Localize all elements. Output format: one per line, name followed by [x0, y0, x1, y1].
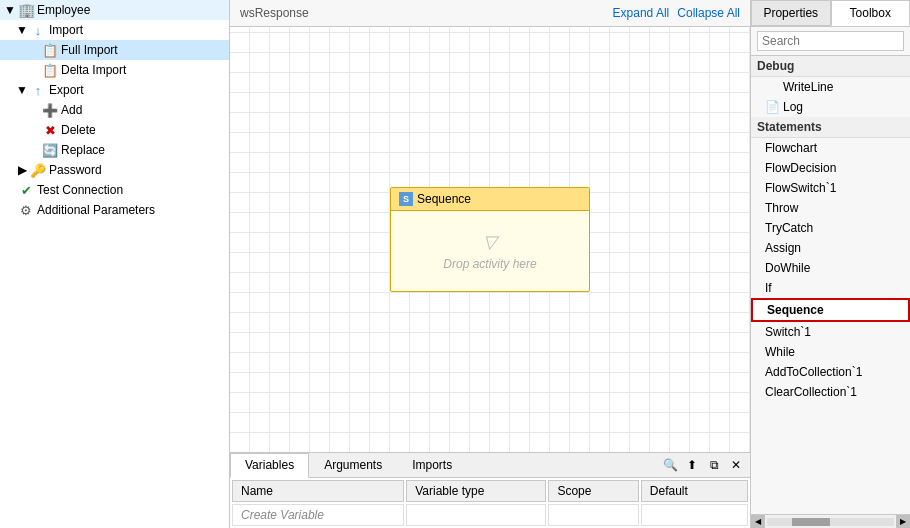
- chevron-export: ▼: [16, 84, 28, 96]
- toolbox-item-writeline[interactable]: WriteLine: [751, 77, 910, 97]
- toolbox-label-log: Log: [783, 100, 803, 114]
- replace-label: Replace: [61, 143, 225, 157]
- right-bottom-scrollbar[interactable]: ◀ ▶: [751, 514, 910, 528]
- right-scroll-thumb: [792, 518, 830, 526]
- sidebar-item-add[interactable]: ▶ ➕ Add: [0, 100, 229, 120]
- writeline-icon: [765, 80, 779, 94]
- sidebar-item-delta-import[interactable]: ▶ 📋 Delta Import: [0, 60, 229, 80]
- create-variable-label[interactable]: Create Variable: [232, 504, 404, 526]
- toolbox-item-flowswitch[interactable]: FlowSwitch`1: [751, 178, 910, 198]
- expand-panel-icon[interactable]: ⬆: [682, 455, 702, 475]
- right-search: [751, 27, 910, 56]
- toolbox-label-switch: Switch`1: [765, 325, 811, 339]
- toolbox-item-assign[interactable]: Assign: [751, 238, 910, 258]
- create-variable-row[interactable]: Create Variable: [232, 504, 748, 526]
- replace-icon: 🔄: [42, 142, 58, 158]
- toolbox-label-if: If: [765, 281, 772, 295]
- col-variable-type: Variable type: [406, 480, 546, 502]
- toolbox-group-debug: Debug: [751, 56, 910, 77]
- workspace: wsResponse Expand All Collapse All S Seq…: [230, 0, 750, 528]
- search-input[interactable]: [757, 31, 904, 51]
- tab-toolbox[interactable]: Toolbox: [831, 0, 911, 26]
- additional-params-icon: ⚙: [18, 202, 34, 218]
- additional-params-label: Additional Parameters: [37, 203, 225, 217]
- password-icon: 🔑: [30, 162, 46, 178]
- toolbox-label-addtocollection: AddToCollection`1: [765, 365, 862, 379]
- toolbox-item-clearcollection[interactable]: ClearCollection`1: [751, 382, 910, 402]
- toolbox-label-throw: Throw: [765, 201, 798, 215]
- workspace-header: wsResponse Expand All Collapse All: [230, 0, 750, 27]
- toolbox-label-flowdecision: FlowDecision: [765, 161, 836, 175]
- tab-variables[interactable]: Variables: [230, 453, 309, 478]
- toolbox-item-dowhile[interactable]: DoWhile: [751, 258, 910, 278]
- sidebar-item-test-connection[interactable]: ▶ ✔ Test Connection: [0, 180, 229, 200]
- chevron-employee: ▼: [4, 4, 16, 16]
- right-scroll-track[interactable]: [767, 518, 894, 526]
- sidebar-item-export[interactable]: ▼ ↑ Export: [0, 80, 229, 100]
- col-name: Name: [232, 480, 404, 502]
- toolbox-item-switch[interactable]: Switch`1: [751, 322, 910, 342]
- employee-icon: 🏢: [18, 2, 34, 18]
- toolbox-item-throw[interactable]: Throw: [751, 198, 910, 218]
- scroll-left-btn[interactable]: ◀: [751, 515, 765, 529]
- toolbox-item-flowchart[interactable]: Flowchart: [751, 138, 910, 158]
- toolbox-label-dowhile: DoWhile: [765, 261, 810, 275]
- variables-table: Name Variable type Scope Default Create …: [230, 478, 750, 528]
- add-icon: ➕: [42, 102, 58, 118]
- right-panel-tabs: Properties Toolbox: [751, 0, 910, 27]
- sidebar-item-replace[interactable]: ▶ 🔄 Replace: [0, 140, 229, 160]
- sidebar-item-import[interactable]: ▼ ↓ Import: [0, 20, 229, 40]
- toolbox-item-flowdecision[interactable]: FlowDecision: [751, 158, 910, 178]
- sidebar: ▼ 🏢 Employee ▼ ↓ Import ▶ 📋 Full Import …: [0, 0, 230, 528]
- import-icon: ↓: [30, 22, 46, 38]
- col-vartype-empty: [406, 504, 546, 526]
- variables-tabs: Variables Arguments Imports: [230, 453, 656, 477]
- tab-imports[interactable]: Imports: [397, 453, 467, 477]
- toolbox-list: Debug WriteLine 📄 Log Statements Flowcha…: [751, 56, 910, 514]
- toolbox-label-sequence: Sequence: [767, 303, 824, 317]
- toolbox-item-sequence[interactable]: Sequence: [751, 298, 910, 322]
- sidebar-label-employee: Employee: [37, 3, 225, 17]
- toolbox-label-trycatch: TryCatch: [765, 221, 813, 235]
- test-connection-label: Test Connection: [37, 183, 225, 197]
- col-default: Default: [641, 480, 748, 502]
- collapse-all-button[interactable]: Collapse All: [677, 6, 740, 20]
- export-label: Export: [49, 83, 225, 97]
- sidebar-item-delete[interactable]: ▶ ✖ Delete: [0, 120, 229, 140]
- export-icon: ↑: [30, 82, 46, 98]
- toolbox-item-log[interactable]: 📄 Log: [751, 97, 910, 117]
- scroll-right-btn[interactable]: ▶: [896, 515, 910, 529]
- sidebar-item-additional-parameters[interactable]: ▶ ⚙ Additional Parameters: [0, 200, 229, 220]
- tab-properties[interactable]: Properties: [751, 0, 831, 26]
- detach-panel-icon[interactable]: ⧉: [704, 455, 724, 475]
- search-variables-icon[interactable]: 🔍: [660, 455, 680, 475]
- sidebar-item-full-import[interactable]: ▶ 📋 Full Import: [0, 40, 229, 60]
- toolbox-item-addtocollection[interactable]: AddToCollection`1: [751, 362, 910, 382]
- delta-import-icon: 📋: [42, 62, 58, 78]
- toolbox-label-writeline: WriteLine: [783, 80, 833, 94]
- col-scope-empty: [548, 504, 638, 526]
- toolbox-item-while[interactable]: While: [751, 342, 910, 362]
- expand-all-button[interactable]: Expand All: [613, 6, 670, 20]
- sequence-icon: S: [399, 192, 413, 206]
- sequence-label: Sequence: [417, 192, 471, 206]
- drop-arrow-icon: ▽: [483, 231, 497, 253]
- import-label: Import: [49, 23, 225, 37]
- sequence-container[interactable]: S Sequence ▽ Drop activity here: [390, 187, 590, 292]
- toolbox-label-while: While: [765, 345, 795, 359]
- tab-arguments[interactable]: Arguments: [309, 453, 397, 477]
- variables-panel: Variables Arguments Imports 🔍 ⬆ ⧉ ✕ Name…: [230, 452, 750, 528]
- close-panel-icon[interactable]: ✕: [726, 455, 746, 475]
- delta-import-label: Delta Import: [61, 63, 225, 77]
- toolbox-group-statements: Statements: [751, 117, 910, 138]
- toolbox-label-flowchart: Flowchart: [765, 141, 817, 155]
- sequence-body[interactable]: ▽ Drop activity here: [391, 211, 589, 291]
- toolbox-item-trycatch[interactable]: TryCatch: [751, 218, 910, 238]
- sidebar-item-employee[interactable]: ▼ 🏢 Employee: [0, 0, 229, 20]
- workspace-title: wsResponse: [240, 6, 613, 20]
- toolbox-label-flowswitch: FlowSwitch`1: [765, 181, 836, 195]
- chevron-password: ▶: [16, 164, 28, 176]
- toolbox-item-if[interactable]: If: [751, 278, 910, 298]
- password-label: Password: [49, 163, 225, 177]
- sidebar-item-password[interactable]: ▶ 🔑 Password: [0, 160, 229, 180]
